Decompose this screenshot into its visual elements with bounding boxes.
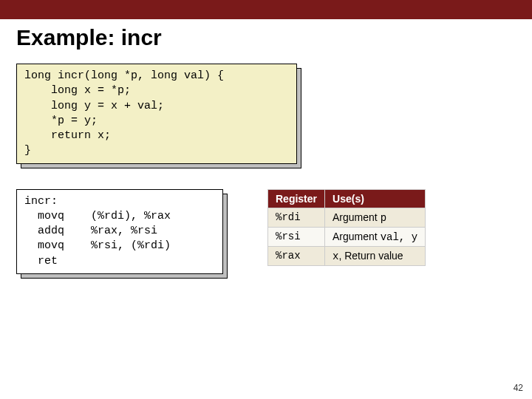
cell-use: x, Return value (325, 246, 426, 265)
page-number: 42 (514, 383, 523, 393)
asm-code-block: incr: movq (%rdi), %rax addq %rax, %rsi … (16, 189, 223, 274)
c-code-block: long incr(long *p, long val) { long x = … (16, 64, 297, 164)
cell-register: %rax (268, 246, 325, 265)
col-uses: Use(s) (325, 189, 426, 208)
slide-title: Example: incr (0, 19, 532, 64)
table-header-row: Register Use(s) (268, 189, 426, 208)
cell-use: Argument val, y (325, 227, 426, 246)
table-row: %rax x, Return value (268, 246, 426, 265)
table-row: %rdi Argument p (268, 208, 426, 227)
cell-register: %rdi (268, 208, 325, 227)
table-row: %rsi Argument val, y (268, 227, 426, 246)
c-code: long incr(long *p, long val) { long x = … (24, 69, 289, 159)
title-bar (0, 0, 532, 19)
register-table: Register Use(s) %rdi Argument p %rsi Arg… (267, 189, 426, 266)
cell-use: Argument p (325, 208, 426, 227)
cell-register: %rsi (268, 227, 325, 246)
col-register: Register (268, 189, 325, 208)
asm-code: incr: movq (%rdi), %rax addq %rax, %rsi … (24, 194, 215, 269)
